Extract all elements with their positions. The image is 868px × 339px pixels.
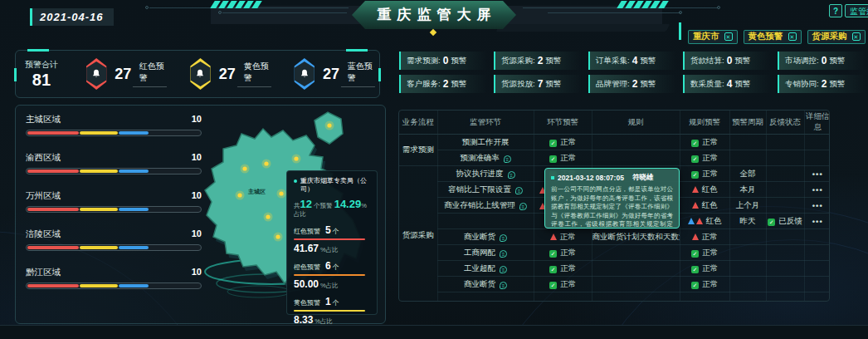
map-tooltip-item: 红色预警5个 41.67%占比 <box>294 224 370 254</box>
region-bar <box>26 206 202 213</box>
region-row: 主城区域10 <box>26 114 202 136</box>
map-tooltip-item: 橙色预警6个 50.00%占比 <box>294 260 370 290</box>
title-wing-right <box>500 6 662 24</box>
stat-cell[interactable]: 市场调控:0预警 <box>778 52 866 70</box>
detail-dots[interactable]: ••• <box>804 182 830 198</box>
process-stats-grid: 需求预测:0预警 货源采购:2预警 订单采集:4预警 货款结算:0预警 市场调控… <box>399 52 866 93</box>
help-button[interactable]: ? <box>829 4 842 17</box>
detail-dots[interactable]: ••• <box>804 198 830 214</box>
table-header-cell: 详细信息 <box>804 111 830 135</box>
stat-cell[interactable]: 货款结算:0预警 <box>683 52 771 70</box>
memo-icon[interactable]: ≡ <box>500 234 507 242</box>
warning-triangle-blue-icon <box>688 218 695 224</box>
deco-dot <box>218 11 222 14</box>
dashboard-root: 2021-04-16 重庆监管大屏 ? 监管规则 重庆市 ✕ 黄色预警 ✕ 货源… <box>0 0 868 339</box>
table-row[interactable]: 工商网配≡ ✓正常 ✓正常 <box>399 245 830 261</box>
table-row[interactable]: 预测准确率≡ ✓正常 ✓正常 <box>399 150 830 166</box>
deco-stripes-left <box>212 1 260 8</box>
region-bar <box>26 282 202 289</box>
title-marker-icon <box>430 29 436 36</box>
alert-name: 符晓雄 <box>632 173 654 183</box>
map-tooltip-item: 黄色预警1个 8.33%占比 <box>294 296 370 326</box>
table-header-cell: 监管环节 <box>437 111 534 135</box>
footer-band <box>0 325 868 339</box>
map-region-label: 主城区 <box>247 188 266 194</box>
detail-dots[interactable]: ••• <box>804 214 830 229</box>
memo-icon[interactable]: ≡ <box>504 155 511 163</box>
detail-dots[interactable] <box>804 135 830 150</box>
table-row[interactable]: 工业超配≡ ✓正常 ✓正常 <box>399 261 830 277</box>
red-warning-badge: 27 红色预警 <box>85 58 171 90</box>
table-row[interactable]: 商业断货≡ 正常 商业断货计划天数和天数汇总 正常 <box>399 229 830 245</box>
filter-tags: 重庆市 ✕ 黄色预警 ✕ 货源采购 ✕ 关闭 <box>688 24 868 49</box>
bell-icon <box>299 68 310 80</box>
map-tooltip-total: 共12 个预警 14.29%占比 <box>294 198 370 219</box>
region-bar <box>26 130 202 136</box>
stat-cell[interactable]: 品牌管理:2预警 <box>588 75 676 93</box>
memo-icon[interactable]: ≡ <box>500 266 507 273</box>
table-header-cell: 规则 <box>592 111 680 135</box>
table-filler-row <box>399 292 830 302</box>
check-icon: ✓ <box>691 266 699 273</box>
stat-cell[interactable]: 货源采购:2预警 <box>494 52 582 70</box>
filter-tag-close-icon[interactable]: ✕ <box>724 32 733 41</box>
rules-button[interactable]: 监管规则 <box>845 4 868 17</box>
stat-cell[interactable]: 数采质量:4预警 <box>683 75 771 93</box>
deco-line <box>548 12 680 13</box>
tooltip-arrow-icon <box>679 197 680 205</box>
memo-icon[interactable]: ≡ <box>500 282 507 289</box>
alert-time: 2021-03-12 08:07:05 <box>558 174 624 182</box>
filter-accent-bar <box>679 22 681 40</box>
bell-icon <box>90 68 102 80</box>
total-warnings-label: 预警合计 <box>16 59 67 71</box>
alert-body: 前一公司不同的网点分店，都是该单位对公账户，为做好每年的高考评卷工作，该省根据教… <box>551 185 673 228</box>
region-row: 黔江区域10 <box>26 267 202 289</box>
total-warnings-value: 81 <box>16 71 67 89</box>
table-header-cell: 规则预警 <box>680 111 729 135</box>
filter-tag-city[interactable]: 重庆市 ✕ <box>688 30 738 44</box>
stat-cell[interactable]: 订单采集:4预警 <box>588 52 676 70</box>
deco-stripes-right <box>619 1 666 8</box>
date-chip: 2021-04-16 <box>30 8 114 26</box>
map-tooltip: 重庆市烟草专卖局（公司） 共12 个预警 14.29%占比 红色预警5个 41.… <box>286 170 378 315</box>
table-row[interactable]: 需求预测 预测工作开展 ✓正常 ✓正常 <box>399 135 830 150</box>
table-row[interactable]: 商业断货≡ ✓正常 ✓正常 <box>399 277 830 292</box>
check-icon: ✓ <box>691 171 699 179</box>
table-header-cell: 环节预警 <box>534 111 592 135</box>
stat-cell[interactable]: 专销协同:2预警 <box>778 75 866 93</box>
filter-tag-close-icon[interactable]: ✕ <box>852 32 861 41</box>
detail-dots[interactable] <box>804 277 830 292</box>
warning-triangle-icon <box>692 233 699 240</box>
detail-dots[interactable]: ••• <box>804 166 830 182</box>
region-bar <box>26 168 202 174</box>
stat-cell[interactable]: 货源投放:7预警 <box>494 75 582 93</box>
warning-triangle-icon <box>696 218 703 224</box>
check-icon: ✓ <box>549 155 557 163</box>
bell-icon <box>194 68 206 80</box>
warning-triangle-icon <box>692 202 699 209</box>
table-header-cell: 业务流程 <box>399 111 437 135</box>
memo-icon[interactable]: ≡ <box>500 250 507 258</box>
check-icon: ✓ <box>768 219 775 226</box>
region-row: 万州区域10 <box>26 190 202 213</box>
check-icon: ✓ <box>691 140 699 147</box>
memo-icon[interactable]: ≡ <box>515 187 523 194</box>
detail-dots[interactable] <box>804 150 830 166</box>
memo-icon[interactable]: ≡ <box>508 171 515 179</box>
group-cell: 货源采购 <box>399 166 437 302</box>
filter-tag-warning-level[interactable]: 黄色预警 ✕ <box>744 30 802 44</box>
detail-dots[interactable] <box>804 245 830 261</box>
check-icon: ✓ <box>691 282 699 289</box>
memo-icon[interactable]: ≡ <box>519 203 527 210</box>
detail-dots[interactable] <box>804 261 830 277</box>
deco-dot <box>717 6 720 9</box>
region-row: 渝西区域10 <box>26 152 202 174</box>
check-icon: ✓ <box>691 250 699 258</box>
table-header-row: 业务流程 监管环节 环节预警 规则 规则预警 预警周期 反馈状态 详细信息 <box>399 111 830 135</box>
stat-cell[interactable]: 需求预测:0预警 <box>399 52 487 70</box>
check-icon: ✓ <box>549 282 557 289</box>
filter-tag-process[interactable]: 货源采购 ✕ <box>807 30 866 44</box>
detail-dots[interactable] <box>804 229 830 245</box>
filter-tag-close-icon[interactable]: ✕ <box>788 32 797 41</box>
stat-cell[interactable]: 客户服务:2预警 <box>399 75 487 93</box>
